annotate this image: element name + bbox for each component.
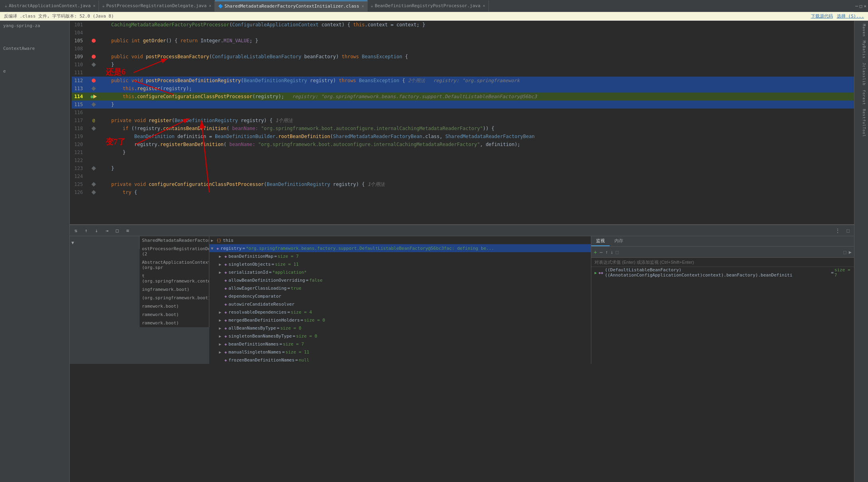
watch-expand-icon[interactable]: ▶ [849,249,852,255]
annotation-117: @ [93,117,95,124]
diamond-110 [91,62,96,67]
field-icon6: ◆ [224,294,227,298]
expand-icon[interactable]: ⬚ [844,227,852,234]
watch-item-1[interactable]: ▶ ◆◆ ((DefaultListableBeanFactory)((Anno… [593,269,852,277]
sidebar-item-abstract[interactable]: AbstractApplicationContext (org.spr [140,258,209,272]
java-file-icon3: ☕ [371,4,373,8]
add-watch-icon[interactable]: + [594,249,597,255]
debug-arrow-114 [93,95,97,99]
java-file-icon2: ☕ [102,4,104,8]
step-swap-icon[interactable]: ⇅ [72,227,79,234]
sidebar-project[interactable]: yang-spring-za [0,22,69,29]
code-content[interactable]: 101 CachingMetadataReaderFactoryPostProc… [70,21,854,224]
sidebar-item-org[interactable]: (org.springframework.boot) [140,294,209,302]
close-window-icon[interactable]: × [864,4,866,9]
more-options-icon[interactable]: ⋮ [834,227,841,234]
sidebar-context-aware[interactable]: ContextAware [0,45,69,52]
sidebar-item-2 [0,29,69,45]
code-line-113: 113 this.register(registry); [72,85,854,93]
diamond-118 [91,126,96,130]
decompile-notice: 反编译 .class 文件, 字节码版本: 52.0 (Java 8) 下载源代… [0,12,868,21]
breakpoint-112[interactable] [92,79,96,83]
remove-watch-icon[interactable]: − [599,249,602,255]
var-registry[interactable]: ▼ ◆ registry = *org.springframework.bean… [209,244,591,252]
var-this[interactable]: ▶ {} this [209,236,591,244]
jclasslib-panel-btn[interactable]: Jclasslib [856,61,867,87]
watch-settings-icon[interactable]: ⬚ [844,249,846,255]
diamond-113 [91,86,96,91]
code-line-117: 117 @ private void register(BeanDefiniti… [72,117,854,124]
tab-abstractapplicationcontext[interactable]: ☕ AbstractApplicationContext.java × [2,0,99,12]
settings-icon[interactable]: ≡ [124,227,131,234]
code-line-114: 114 ● this.configureConfigurationClassPo… [72,93,854,101]
minimize-icon[interactable]: ─ [855,4,858,9]
editor-area[interactable]: 还是6 变7了 [70,21,854,224]
code-view: 101 CachingMetadataReaderFactoryPostProc… [70,21,854,224]
step-up-icon[interactable]: ↑ [83,227,90,234]
var-frozenbeandefinitionnames[interactable]: ▶ ◆ frozenBeanDefinitionNames = null [209,356,591,364]
move-up-watch-icon[interactable]: ↑ [605,249,608,255]
tab-sharedmetadata[interactable]: 🔷 SharedMetadataReaderFactoryContextInit… [215,0,368,12]
mybatis-panel-btn[interactable]: MyBatis [856,39,867,60]
diamond-126 [91,190,96,194]
field-icon11: ◆ [224,334,227,338]
tab-close-icon2[interactable]: × [209,4,211,8]
tab-monitor[interactable]: 监视 [591,236,610,246]
var-dependencycomparator[interactable]: ▶ ◆ dependencyComparator [209,292,591,300]
sidebar-item-sharedmetadata[interactable]: SharedMetadataReaderFactoryConte [140,236,209,245]
restore-layout-icon[interactable]: □ [114,227,121,234]
field-icon2: ◆ [224,262,227,267]
tab-close-icon3[interactable]: × [362,4,364,8]
forest-panel-btn[interactable]: forest [856,88,867,107]
var-singletonbeannamesbytype[interactable]: ▶ ◆ singletonBeanNamesByType = size = 0 [209,332,591,340]
tab-close-icon4[interactable]: × [483,4,485,8]
code-line-121: 121 } [72,148,854,156]
watch-expression-input[interactable] [594,260,851,265]
copy-watch-icon[interactable]: ⬚ [616,249,618,255]
tab-beandefinition[interactable]: ☕ BeanDefinitionRegistryPostProcessor.ja… [368,0,489,12]
sidebar-item-ingframework[interactable]: ingframework.boot) [140,285,209,294]
sidebar-item-4 [0,52,69,68]
tab-memory[interactable]: 内存 [610,236,628,246]
var-allowoverriding[interactable]: ▶ ◆ allowBeanDefinitionOverriding = fals… [209,276,591,284]
restfultool-panel-btn[interactable]: RestfulTool [856,107,867,139]
field-icon12: ◆ [224,342,227,346]
var-alloweager[interactable]: ▶ ◆ allowEagerClassLoading = true [209,284,591,292]
diamond-123 [91,166,96,170]
step-down-icon[interactable]: ↓ [93,227,100,234]
var-beandefinitionmap[interactable]: ▶ ◆ beanDefinitionMap = size = 7 [209,252,591,260]
step-to-end-icon[interactable]: ⇥ [103,227,110,234]
maven-panel-btn[interactable]: Maven [856,22,867,38]
filter-icon[interactable]: ▼ [71,240,74,245]
window-controls: ─ □ × [854,0,868,12]
var-autowire[interactable]: ▶ ◆ autowireCandidateResolver [209,300,591,308]
code-line-115: 115 } [72,101,854,109]
ref-icon: ◆ [217,246,219,251]
sidebar-item-t[interactable]: t (org.springframework.context.supp [140,272,209,285]
bottom-content: ▼ SharedMetadataReaderFactoryConte ostPr… [70,236,854,364]
sidebar-item-ramework2[interactable]: ramework.boot) [140,310,209,319]
select-link[interactable]: 选择 (S)... [837,13,864,19]
var-mergedholders[interactable]: ▶ ◆ mergedBeanDefinitionHolders = size =… [209,316,591,324]
download-source-link[interactable]: 下载源代码 [811,13,833,19]
code-line-111: 111 [72,69,854,77]
tab-close-icon[interactable]: × [93,4,95,8]
var-beandefinitionnames[interactable]: ▶ ◆ beanDefinitionNames = size = 7 [209,340,591,348]
code-line-123: 123 } [72,164,854,172]
var-serializationid[interactable]: ▶ ◆ serializationId = *application* [209,268,591,276]
sidebar-item-e[interactable]: e [0,68,69,75]
var-resolvabledeps[interactable]: ▶ ◆ resolvableDependencies = size = 4 [209,308,591,316]
var-manualsingletonnames[interactable]: ▶ ◆ manualSingletonNames = size = 11 [209,348,591,356]
var-allbeannamesbytype[interactable]: ▶ ◆ allBeanNamesByType = size = 0 [209,324,591,332]
sidebar-item-postprocessor[interactable]: ostProcessorRegistrationDelegate (2 [140,245,209,258]
diamond-115 [91,102,96,107]
sidebar-item-ramework3[interactable]: ramework.boot) [140,319,209,327]
var-singletonobjects[interactable]: ▶ ◆ singletonObjects = size = 11 [209,260,591,268]
sidebar-item-ramework1[interactable]: ramework.boot) [140,302,209,310]
code-line-105: 105 public int getOrder() { return Integ… [72,37,854,45]
move-down-watch-icon[interactable]: ↓ [610,249,613,255]
breakpoint-105[interactable] [92,39,96,43]
tab-postprocessor[interactable]: ☕ PostProcessorRegistrationDelegate.java… [99,0,215,12]
breakpoint-109[interactable] [92,55,96,59]
maximize-icon[interactable]: □ [860,4,862,9]
